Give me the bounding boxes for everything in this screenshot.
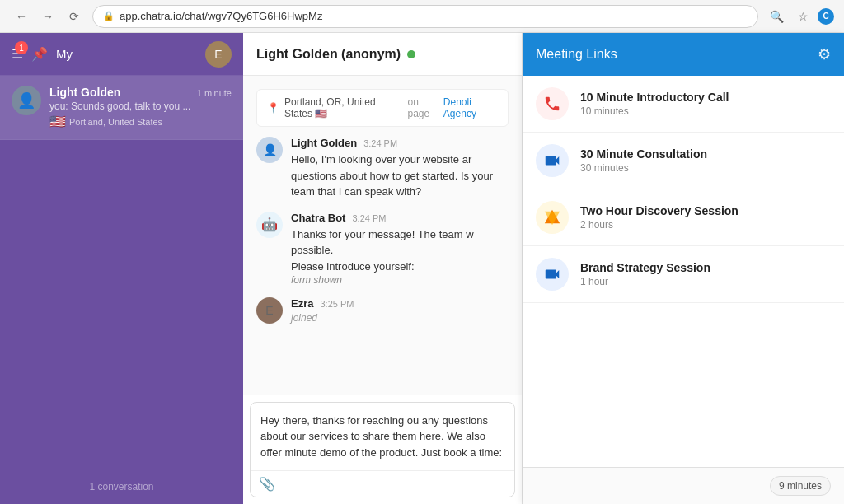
meeting-panel: Meeting Links ⚙ 10 Minute Introductory C… xyxy=(523,33,844,504)
meeting-info: Two Hour Discovery Session 2 hours xyxy=(580,204,831,231)
page-label: on page xyxy=(407,96,438,119)
zoom-icon xyxy=(536,144,569,177)
discovery-icon xyxy=(536,201,569,234)
meeting-name: 30 Minute Consultation xyxy=(580,147,831,161)
msg-header: Chatra Bot 3:24 PM xyxy=(291,212,509,224)
ezra-msg-avatar: E xyxy=(256,297,283,324)
user-location: Portland, OR, United States 🇺🇸 xyxy=(284,96,402,119)
joined-label: joined xyxy=(291,312,509,324)
search-button[interactable]: 🔍 xyxy=(765,5,788,28)
app-layout: ☰ 1 📌 My E 👤 Light Golden 1 minute you: … xyxy=(0,33,844,504)
url-text: app.chatra.io/chat/wgv7Qy6TG6H6HwpMz xyxy=(120,10,322,22)
chat-main: Light Golden (anonym) 📍 Portland, OR, Un… xyxy=(243,33,523,504)
phone-icon xyxy=(536,87,569,120)
minutes-badge: 9 minutes xyxy=(770,476,831,496)
chatra-favicon: C xyxy=(818,8,834,25)
user-avatar[interactable]: E xyxy=(205,41,232,68)
conversation-item[interactable]: 👤 Light Golden 1 minute you: Sounds good… xyxy=(0,76,243,140)
msg-sub-text: Please introduce yourself: xyxy=(291,259,509,275)
meeting-item[interactable]: 10 Minute Introductory Call 10 minutes xyxy=(523,76,844,133)
forward-button[interactable]: → xyxy=(36,5,59,28)
chat-user-name: Light Golden (anonym) xyxy=(256,47,401,62)
msg-text: Hello, I'm looking over your website ar … xyxy=(291,152,509,200)
sidebar-header: ☰ 1 📌 My E xyxy=(0,33,243,76)
msg-content: Light Golden 3:24 PM Hello, I'm looking … xyxy=(291,137,509,200)
browser-chrome: ← → ⟳ 🔒 app.chatra.io/chat/wgv7Qy6TG6H6H… xyxy=(0,0,844,33)
page-link[interactable]: Denoli Agency xyxy=(443,96,498,119)
reply-box: Hey there, thanks for reaching ou any qu… xyxy=(250,402,515,498)
meeting-list: 10 Minute Introductory Call 10 minutes 3… xyxy=(523,76,844,467)
chat-messages: 👤 Light Golden 3:24 PM Hello, I'm lookin… xyxy=(256,137,509,324)
notification-badge: 1 xyxy=(15,41,28,54)
msg-time: 3:24 PM xyxy=(363,138,397,148)
form-shown-label: form shown xyxy=(291,274,509,286)
meeting-info: Brand Strategy Session 1 hour xyxy=(580,261,831,287)
bot-msg-avatar: 🤖 xyxy=(256,212,283,238)
conv-header: Light Golden 1 minute xyxy=(49,86,232,99)
meeting-title: Meeting Links xyxy=(536,47,617,62)
conv-content: Light Golden 1 minute you: Sounds good, … xyxy=(49,86,232,129)
meeting-bottom: 9 minutes xyxy=(523,467,844,504)
reply-toolbar: 📎 xyxy=(251,470,514,497)
conversations-count: 1 conversation xyxy=(0,469,243,504)
bookmark-button[interactable]: ☆ xyxy=(791,5,814,28)
meeting-header: Meeting Links ⚙ xyxy=(523,33,844,76)
user-msg-avatar: 👤 xyxy=(256,137,283,163)
sidebar-menu-button[interactable]: ☰ 1 xyxy=(12,46,23,62)
conv-location-text: Portland, United States xyxy=(69,117,162,127)
meeting-name: 10 Minute Introductory Call xyxy=(580,91,831,104)
conv-avatar: 👤 xyxy=(12,86,41,115)
meeting-name: Two Hour Discovery Session xyxy=(580,204,831,217)
msg-sender: Chatra Bot xyxy=(291,212,345,224)
meeting-item[interactable]: 30 Minute Consultation 30 minutes xyxy=(523,133,844,189)
meeting-duration: 30 minutes xyxy=(580,162,831,174)
back-button[interactable]: ← xyxy=(10,5,33,28)
meeting-item[interactable]: Two Hour Discovery Session 2 hours xyxy=(523,189,844,246)
msg-header: Ezra 3:25 PM xyxy=(291,297,509,310)
nav-buttons: ← → ⟳ xyxy=(10,5,86,28)
sidebar-title: My xyxy=(56,47,197,61)
sidebar: ☰ 1 📌 My E 👤 Light Golden 1 minute you: … xyxy=(0,33,243,504)
location-icon: 📍 xyxy=(267,102,279,114)
pin-icon: 📌 xyxy=(31,46,48,62)
conv-location: 🇺🇸 Portland, United States xyxy=(49,114,232,129)
message-row: E Ezra 3:25 PM joined xyxy=(256,297,509,324)
msg-time: 3:24 PM xyxy=(352,213,386,223)
conversation-list: 👤 Light Golden 1 minute you: Sounds good… xyxy=(0,76,243,469)
meeting-name: Brand Strategy Session xyxy=(580,261,831,274)
conv-name: Light Golden xyxy=(49,86,120,99)
address-bar[interactable]: 🔒 app.chatra.io/chat/wgv7Qy6TG6H6HwpMz xyxy=(92,5,758,28)
flag-icon: 🇺🇸 xyxy=(49,114,66,129)
message-row: 🤖 Chatra Bot 3:24 PM Thanks for your mes… xyxy=(256,212,509,287)
msg-header: Light Golden 3:24 PM xyxy=(291,137,509,149)
attach-icon[interactable]: 📎 xyxy=(259,476,275,492)
chat-body[interactable]: 📍 Portland, OR, United States 🇺🇸 on page… xyxy=(243,76,522,395)
msg-sender: Ezra xyxy=(291,297,313,310)
meeting-item[interactable]: Brand Strategy Session 1 hour xyxy=(523,246,844,303)
conv-time: 1 minute xyxy=(197,88,232,98)
strategy-zoom-icon xyxy=(536,258,569,291)
msg-content: Ezra 3:25 PM joined xyxy=(291,297,509,324)
online-indicator xyxy=(407,50,415,58)
msg-sender: Light Golden xyxy=(291,137,357,149)
meeting-info: 30 Minute Consultation 30 minutes xyxy=(580,147,831,174)
user-info-bar: 📍 Portland, OR, United States 🇺🇸 on page… xyxy=(256,89,509,127)
reply-content[interactable]: Hey there, thanks for reaching ou any qu… xyxy=(251,403,514,471)
browser-actions: 🔍 ☆ C xyxy=(765,5,834,28)
meeting-duration: 1 hour xyxy=(580,276,831,287)
msg-time: 3:25 PM xyxy=(320,299,354,309)
conv-preview: you: Sounds good, talk to you ... xyxy=(49,100,232,112)
settings-icon[interactable]: ⚙ xyxy=(818,45,831,63)
msg-text: Thanks for your message! The team w poss… xyxy=(291,226,509,259)
reload-button[interactable]: ⟳ xyxy=(63,5,86,28)
msg-content: Chatra Bot 3:24 PM Thanks for your messa… xyxy=(291,212,509,287)
meeting-duration: 10 minutes xyxy=(580,105,831,117)
lock-icon: 🔒 xyxy=(103,11,115,21)
message-row: 👤 Light Golden 3:24 PM Hello, I'm lookin… xyxy=(256,137,509,200)
meeting-duration: 2 hours xyxy=(580,219,831,231)
chat-header: Light Golden (anonym) xyxy=(243,33,522,76)
meeting-info: 10 Minute Introductory Call 10 minutes xyxy=(580,91,831,117)
